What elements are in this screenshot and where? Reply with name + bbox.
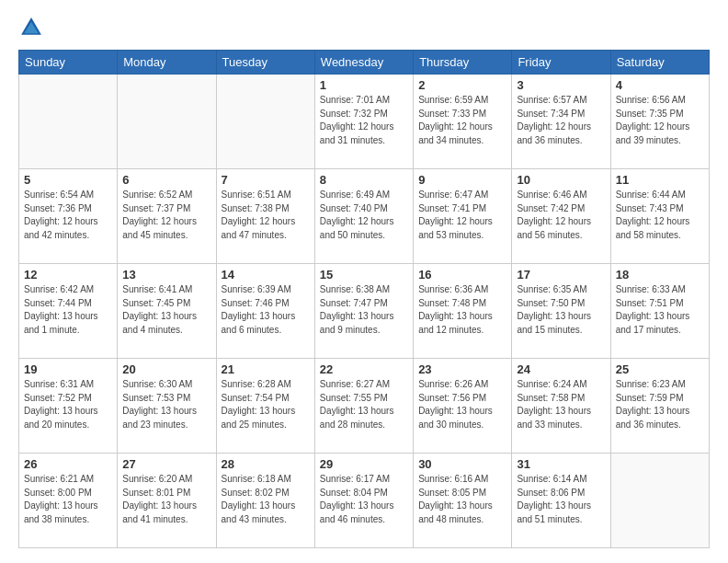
day-number: 3: [517, 78, 605, 92]
day-info: Sunrise: 6:30 AM Sunset: 7:53 PM Dayligh…: [122, 378, 210, 431]
calendar-week-row: 5Sunrise: 6:54 AM Sunset: 7:36 PM Daylig…: [19, 169, 710, 264]
col-thursday: Thursday: [414, 51, 512, 75]
day-number: 27: [122, 457, 210, 471]
day-number: 9: [418, 173, 506, 187]
day-number: 22: [320, 362, 408, 376]
table-cell: 10Sunrise: 6:46 AM Sunset: 7:42 PM Dayli…: [512, 169, 610, 264]
table-cell: 29Sunrise: 6:17 AM Sunset: 8:04 PM Dayli…: [314, 454, 413, 548]
table-cell: 2Sunrise: 6:59 AM Sunset: 7:33 PM Daylig…: [414, 75, 512, 169]
logo: [18, 15, 48, 40]
day-info: Sunrise: 6:21 AM Sunset: 8:00 PM Dayligh…: [24, 473, 112, 526]
table-cell: 15Sunrise: 6:38 AM Sunset: 7:47 PM Dayli…: [314, 264, 413, 359]
day-number: 10: [517, 173, 605, 187]
day-number: 21: [222, 362, 310, 376]
col-saturday: Saturday: [610, 51, 709, 75]
day-number: 8: [320, 173, 408, 187]
day-number: 25: [616, 362, 704, 376]
table-cell: [118, 75, 216, 169]
table-cell: 4Sunrise: 6:56 AM Sunset: 7:35 PM Daylig…: [610, 75, 709, 169]
day-number: 2: [418, 78, 506, 92]
day-info: Sunrise: 6:24 AM Sunset: 7:58 PM Dayligh…: [517, 378, 605, 431]
day-number: 30: [418, 457, 506, 471]
table-cell: 19Sunrise: 6:31 AM Sunset: 7:52 PM Dayli…: [19, 359, 118, 454]
col-tuesday: Tuesday: [216, 51, 314, 75]
day-info: Sunrise: 7:01 AM Sunset: 7:32 PM Dayligh…: [320, 94, 408, 147]
day-number: 17: [517, 268, 605, 282]
table-cell: 14Sunrise: 6:39 AM Sunset: 7:46 PM Dayli…: [216, 264, 314, 359]
table-cell: 26Sunrise: 6:21 AM Sunset: 8:00 PM Dayli…: [19, 454, 118, 548]
table-cell: 30Sunrise: 6:16 AM Sunset: 8:05 PM Dayli…: [414, 454, 512, 548]
day-number: 7: [222, 173, 310, 187]
col-friday: Friday: [512, 51, 610, 75]
day-info: Sunrise: 6:51 AM Sunset: 7:38 PM Dayligh…: [222, 189, 310, 242]
day-number: 23: [418, 362, 506, 376]
day-info: Sunrise: 6:33 AM Sunset: 7:51 PM Dayligh…: [616, 283, 704, 337]
table-cell: 24Sunrise: 6:24 AM Sunset: 7:58 PM Dayli…: [512, 359, 610, 454]
col-sunday: Sunday: [19, 51, 118, 75]
table-cell: 31Sunrise: 6:14 AM Sunset: 8:06 PM Dayli…: [512, 454, 610, 548]
day-number: 18: [616, 268, 704, 282]
day-number: 13: [122, 268, 210, 282]
table-cell: 28Sunrise: 6:18 AM Sunset: 8:02 PM Dayli…: [216, 454, 314, 548]
day-info: Sunrise: 6:18 AM Sunset: 8:02 PM Dayligh…: [222, 473, 310, 526]
day-number: 5: [24, 173, 112, 187]
page: Sunday Monday Tuesday Wednesday Thursday…: [0, 0, 728, 563]
table-cell: 22Sunrise: 6:27 AM Sunset: 7:55 PM Dayli…: [314, 359, 413, 454]
table-cell: 17Sunrise: 6:35 AM Sunset: 7:50 PM Dayli…: [512, 264, 610, 359]
day-info: Sunrise: 6:23 AM Sunset: 7:59 PM Dayligh…: [616, 378, 704, 431]
col-monday: Monday: [118, 51, 216, 75]
day-number: 28: [222, 457, 310, 471]
day-number: 6: [122, 173, 210, 187]
table-cell: 3Sunrise: 6:57 AM Sunset: 7:34 PM Daylig…: [512, 75, 610, 169]
day-number: 16: [418, 268, 506, 282]
table-cell: 5Sunrise: 6:54 AM Sunset: 7:36 PM Daylig…: [19, 169, 118, 264]
day-info: Sunrise: 6:44 AM Sunset: 7:43 PM Dayligh…: [616, 189, 704, 242]
table-cell: 11Sunrise: 6:44 AM Sunset: 7:43 PM Dayli…: [610, 169, 709, 264]
calendar-header-row: Sunday Monday Tuesday Wednesday Thursday…: [19, 51, 710, 75]
day-info: Sunrise: 6:54 AM Sunset: 7:36 PM Dayligh…: [24, 189, 112, 242]
calendar-week-row: 12Sunrise: 6:42 AM Sunset: 7:44 PM Dayli…: [19, 264, 710, 359]
table-cell: 13Sunrise: 6:41 AM Sunset: 7:45 PM Dayli…: [118, 264, 216, 359]
day-info: Sunrise: 6:39 AM Sunset: 7:46 PM Dayligh…: [222, 283, 310, 337]
logo-icon: [18, 15, 44, 40]
day-number: 19: [24, 362, 112, 376]
day-info: Sunrise: 6:42 AM Sunset: 7:44 PM Dayligh…: [24, 283, 112, 337]
day-number: 29: [320, 457, 408, 471]
day-info: Sunrise: 6:46 AM Sunset: 7:42 PM Dayligh…: [517, 189, 605, 242]
day-info: Sunrise: 6:41 AM Sunset: 7:45 PM Dayligh…: [122, 283, 210, 337]
table-cell: 9Sunrise: 6:47 AM Sunset: 7:41 PM Daylig…: [414, 169, 512, 264]
day-info: Sunrise: 6:59 AM Sunset: 7:33 PM Dayligh…: [418, 94, 506, 147]
day-number: 31: [517, 457, 605, 471]
day-number: 15: [320, 268, 408, 282]
table-cell: 27Sunrise: 6:20 AM Sunset: 8:01 PM Dayli…: [118, 454, 216, 548]
table-cell: 23Sunrise: 6:26 AM Sunset: 7:56 PM Dayli…: [414, 359, 512, 454]
table-cell: 25Sunrise: 6:23 AM Sunset: 7:59 PM Dayli…: [610, 359, 709, 454]
day-info: Sunrise: 6:14 AM Sunset: 8:06 PM Dayligh…: [517, 473, 605, 526]
calendar-week-row: 19Sunrise: 6:31 AM Sunset: 7:52 PM Dayli…: [19, 359, 710, 454]
table-cell: 18Sunrise: 6:33 AM Sunset: 7:51 PM Dayli…: [610, 264, 709, 359]
day-number: 26: [24, 457, 112, 471]
day-number: 24: [517, 362, 605, 376]
table-cell: 20Sunrise: 6:30 AM Sunset: 7:53 PM Dayli…: [118, 359, 216, 454]
table-cell: [610, 454, 709, 548]
table-cell: 8Sunrise: 6:49 AM Sunset: 7:40 PM Daylig…: [314, 169, 413, 264]
day-number: 11: [616, 173, 704, 187]
day-number: 20: [122, 362, 210, 376]
day-info: Sunrise: 6:52 AM Sunset: 7:37 PM Dayligh…: [122, 189, 210, 242]
header: [18, 15, 710, 40]
table-cell: 6Sunrise: 6:52 AM Sunset: 7:37 PM Daylig…: [118, 169, 216, 264]
day-info: Sunrise: 6:17 AM Sunset: 8:04 PM Dayligh…: [320, 473, 408, 526]
col-wednesday: Wednesday: [314, 51, 413, 75]
table-cell: 16Sunrise: 6:36 AM Sunset: 7:48 PM Dayli…: [414, 264, 512, 359]
day-number: 4: [616, 78, 704, 92]
day-info: Sunrise: 6:36 AM Sunset: 7:48 PM Dayligh…: [418, 283, 506, 337]
day-info: Sunrise: 6:38 AM Sunset: 7:47 PM Dayligh…: [320, 283, 408, 337]
day-info: Sunrise: 6:47 AM Sunset: 7:41 PM Dayligh…: [418, 189, 506, 242]
table-cell: 12Sunrise: 6:42 AM Sunset: 7:44 PM Dayli…: [19, 264, 118, 359]
day-number: 12: [24, 268, 112, 282]
day-info: Sunrise: 6:56 AM Sunset: 7:35 PM Dayligh…: [616, 94, 704, 147]
table-cell: 1Sunrise: 7:01 AM Sunset: 7:32 PM Daylig…: [314, 75, 413, 169]
calendar-table: Sunday Monday Tuesday Wednesday Thursday…: [18, 50, 710, 548]
table-cell: [19, 75, 118, 169]
day-info: Sunrise: 6:49 AM Sunset: 7:40 PM Dayligh…: [320, 189, 408, 242]
